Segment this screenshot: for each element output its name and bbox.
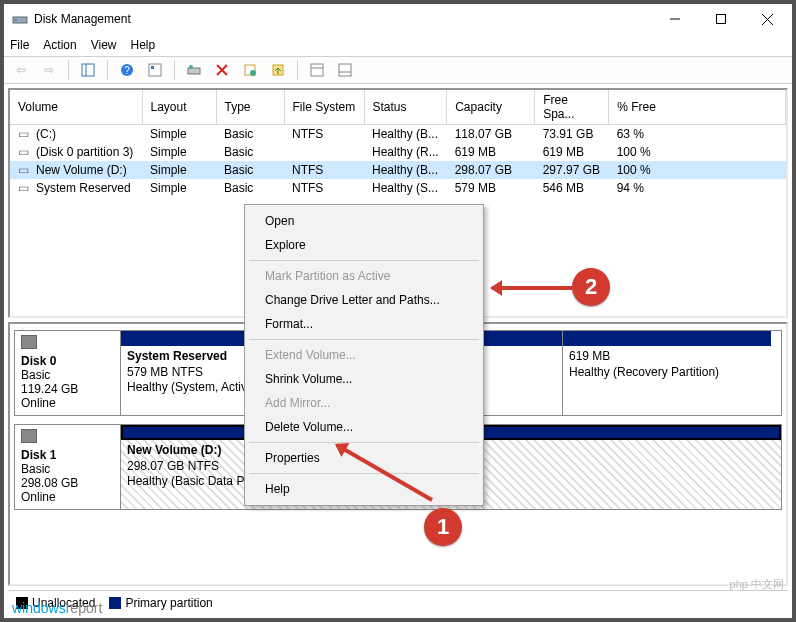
menu-help[interactable]: Help [131, 38, 156, 52]
svg-point-13 [189, 65, 193, 69]
svg-rect-12 [188, 68, 200, 74]
col-fs[interactable]: File System [284, 90, 364, 125]
disk-management-window: Disk Management File Action View Help ⇦ … [3, 3, 793, 619]
ctx-explore[interactable]: Explore [247, 233, 481, 257]
disk-state: Online [21, 490, 56, 504]
svg-rect-3 [717, 15, 726, 24]
svg-rect-21 [339, 64, 351, 76]
ctx-shrink[interactable]: Shrink Volume... [247, 367, 481, 391]
ctx-help[interactable]: Help [247, 477, 481, 501]
disk-icon [21, 429, 37, 443]
volume-icon: ▭ [18, 145, 32, 159]
volume-icon: ▭ [18, 127, 32, 141]
ctx-mark-active: Mark Partition as Active [247, 264, 481, 288]
delete-button[interactable] [211, 59, 233, 81]
partition-size: 579 MB NTFS [127, 365, 203, 379]
partition-title: New Volume (D:) [127, 443, 221, 457]
partition-body: 619 MB Healthy (Recovery Partition) [563, 346, 771, 415]
svg-rect-19 [311, 64, 323, 76]
ctx-change-letter[interactable]: Change Drive Letter and Paths... [247, 288, 481, 312]
maximize-button[interactable] [698, 4, 744, 34]
partition-status: Healthy (System, Active [127, 380, 254, 394]
ctx-mirror: Add Mirror... [247, 391, 481, 415]
col-pct[interactable]: % Free [609, 90, 786, 125]
partition[interactable]: 619 MB Healthy (Recovery Partition) [563, 331, 771, 415]
partition-size: 298.07 GB NTFS [127, 459, 219, 473]
ctx-extend: Extend Volume... [247, 343, 481, 367]
legend-primary: Primary partition [109, 596, 212, 610]
column-headers[interactable]: Volume Layout Type File System Status Ca… [10, 90, 786, 125]
minimize-button[interactable] [652, 4, 698, 34]
partition-size: 619 MB [569, 349, 610, 363]
toolbar: ⇦ ⇨ ? [4, 56, 792, 84]
menubar: File Action View Help [4, 34, 792, 56]
show-hide-tree-button[interactable] [77, 59, 99, 81]
titlebar: Disk Management [4, 4, 792, 34]
disk-size: 119.24 GB [21, 382, 78, 396]
svg-rect-1 [15, 19, 17, 21]
app-icon [12, 11, 28, 27]
ctx-delete[interactable]: Delete Volume... [247, 415, 481, 439]
col-capacity[interactable]: Capacity [447, 90, 535, 125]
table-row[interactable]: ▭System Reserved SimpleBasicNTFS Healthy… [10, 179, 786, 197]
watermark: php 中文网 [730, 577, 784, 592]
volume-name: (Disk 0 partition 3) [36, 145, 133, 159]
ctx-open[interactable]: Open [247, 209, 481, 233]
disk-header[interactable]: Disk 0Basic119.24 GBOnline [14, 330, 120, 416]
volume-name: System Reserved [36, 181, 131, 195]
close-button[interactable] [744, 4, 790, 34]
col-free[interactable]: Free Spa... [535, 90, 609, 125]
partition-status: Healthy (Recovery Partition) [569, 365, 719, 379]
table-row[interactable]: ▭(Disk 0 partition 3) SimpleBasic Health… [10, 143, 786, 161]
action-button[interactable] [267, 59, 289, 81]
volume-name: New Volume (D:) [36, 163, 127, 177]
menu-file[interactable]: File [10, 38, 29, 52]
col-status[interactable]: Status [364, 90, 447, 125]
legend: Unallocated Primary partition [8, 590, 788, 614]
help-button[interactable]: ? [116, 59, 138, 81]
svg-rect-6 [82, 64, 94, 76]
window-title: Disk Management [34, 12, 652, 26]
col-volume[interactable]: Volume [10, 90, 142, 125]
annotation-arrow-2 [492, 286, 572, 290]
volume-icon: ▭ [18, 181, 32, 195]
disk-label: Disk 1 [21, 448, 56, 462]
menu-action[interactable]: Action [43, 38, 76, 52]
svg-rect-10 [149, 64, 161, 76]
partition-title: System Reserved [127, 349, 227, 363]
table-row[interactable]: ▭New Volume (D:) SimpleBasicNTFS Healthy… [10, 161, 786, 179]
table-row[interactable]: ▭(C:) SimpleBasicNTFS Healthy (B...118.0… [10, 125, 786, 144]
volume-icon: ▭ [18, 163, 32, 177]
annotation-callout-2: 2 [572, 268, 610, 306]
disk-header[interactable]: Disk 1Basic298.08 GBOnline [14, 424, 120, 510]
volume-table[interactable]: Volume Layout Type File System Status Ca… [10, 90, 786, 197]
disk-state: Online [21, 396, 56, 410]
ctx-format[interactable]: Format... [247, 312, 481, 336]
volume-name: (C:) [36, 127, 56, 141]
col-type[interactable]: Type [216, 90, 284, 125]
forward-button[interactable]: ⇨ [38, 59, 60, 81]
brand-logo: windowsreport [12, 600, 102, 616]
annotation-callout-1: 1 [424, 508, 462, 546]
properties-button[interactable] [239, 59, 261, 81]
col-layout[interactable]: Layout [142, 90, 216, 125]
settings-button[interactable] [144, 59, 166, 81]
partition-header-strip [563, 331, 771, 346]
list-top-button[interactable] [306, 59, 328, 81]
svg-text:?: ? [124, 65, 130, 76]
svg-rect-11 [151, 66, 154, 69]
disk-label: Disk 0 [21, 354, 56, 368]
disk-size: 298.08 GB [21, 476, 78, 490]
menu-view[interactable]: View [91, 38, 117, 52]
back-button[interactable]: ⇦ [10, 59, 32, 81]
svg-point-17 [250, 70, 256, 76]
disk-icon [21, 335, 37, 349]
refresh-button[interactable] [183, 59, 205, 81]
disk-type: Basic [21, 462, 50, 476]
list-bottom-button[interactable] [334, 59, 356, 81]
disk-type: Basic [21, 368, 50, 382]
